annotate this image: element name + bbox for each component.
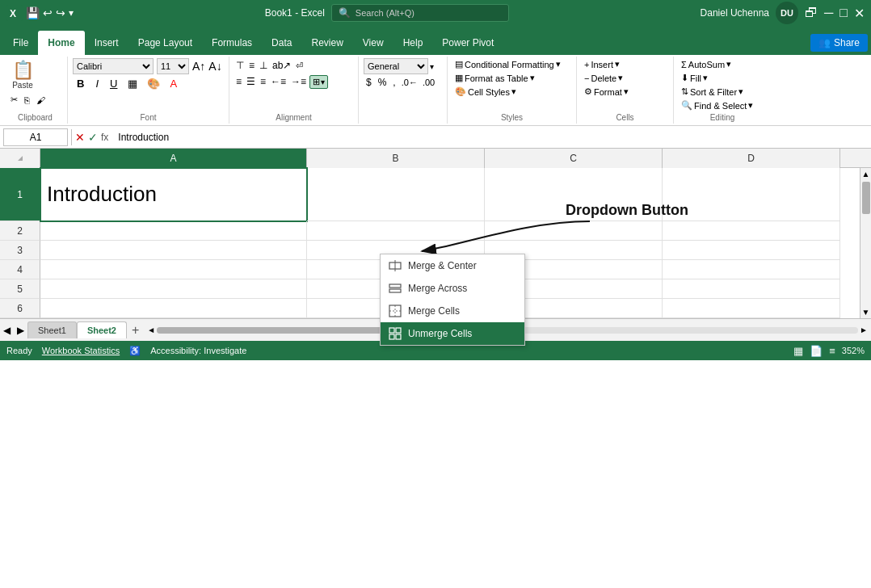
maximize-icon[interactable]: □ xyxy=(839,6,848,20)
align-bottom-button[interactable]: ⊥ xyxy=(258,58,269,73)
row-header-2[interactable]: 2 xyxy=(0,221,40,241)
cell-d4[interactable] xyxy=(663,260,840,279)
underline-button[interactable]: U xyxy=(106,76,121,91)
minimize-icon[interactable]: ─ xyxy=(824,6,833,20)
cell-c2[interactable] xyxy=(485,221,663,241)
page-break-view-button[interactable]: ≡ xyxy=(829,345,835,357)
tab-home[interactable]: Home xyxy=(38,31,84,55)
cell-d6[interactable] xyxy=(663,299,840,318)
format-table-button[interactable]: ▦ Format as Table ▾ xyxy=(452,72,537,84)
tab-data[interactable]: Data xyxy=(262,31,301,55)
accessibility-label[interactable]: Accessibility: Investigate xyxy=(150,346,246,355)
number-format-select[interactable]: General xyxy=(364,58,428,74)
decrease-decimal-button[interactable]: .0← xyxy=(400,77,419,88)
row-header-5[interactable]: 5 xyxy=(0,279,40,299)
page-layout-view-button[interactable]: 📄 xyxy=(810,345,823,357)
cell-a6[interactable] xyxy=(40,299,307,318)
user-avatar[interactable]: DU xyxy=(776,2,798,24)
insert-function-icon[interactable]: fx xyxy=(101,132,108,143)
merge-center-button[interactable]: ⊞ ▾ xyxy=(309,75,328,89)
quick-access-toolbar[interactable]: 💾 ↩ ↪ ▾ xyxy=(26,6,74,19)
align-middle-button[interactable]: ≡ xyxy=(247,58,256,73)
tab-insert[interactable]: Insert xyxy=(85,31,128,55)
paste-button[interactable]: 📋 Paste xyxy=(8,58,37,92)
align-left-button[interactable]: ≡ xyxy=(234,74,243,89)
nav-next-sheet[interactable]: ▶ xyxy=(14,325,27,336)
row-header-1[interactable]: 1 xyxy=(0,168,40,221)
merge-cells-item[interactable]: Merge Cells xyxy=(381,300,524,322)
cell-a2[interactable] xyxy=(40,221,307,241)
save-icon[interactable]: 💾 xyxy=(26,6,40,19)
cell-d2[interactable] xyxy=(663,221,840,241)
align-center-button[interactable]: ☰ xyxy=(245,74,257,89)
copy-button[interactable]: ⎘ xyxy=(22,94,32,106)
share-button[interactable]: 👥 Share xyxy=(810,34,868,52)
col-header-d[interactable]: D xyxy=(663,149,840,168)
comma-button[interactable]: , xyxy=(390,76,398,89)
tab-view[interactable]: View xyxy=(353,31,393,55)
row-header-6[interactable]: 6 xyxy=(0,299,40,318)
find-select-button[interactable]: 🔍 Find & Select ▾ xyxy=(679,99,755,111)
autosum-button[interactable]: Σ AutoSum ▾ xyxy=(679,58,734,70)
scroll-down-arrow[interactable]: ▼ xyxy=(860,306,871,318)
col-header-a[interactable]: A xyxy=(40,149,307,168)
cell-d1[interactable] xyxy=(663,168,840,221)
font-color-button[interactable]: A xyxy=(166,77,180,90)
sheet-tab-sheet1[interactable]: Sheet1 xyxy=(27,321,77,338)
row-header-4[interactable]: 4 xyxy=(0,260,40,279)
normal-view-button[interactable]: ▦ xyxy=(793,345,803,357)
currency-button[interactable]: $ xyxy=(364,76,374,89)
cancel-formula-icon[interactable]: ✕ xyxy=(75,131,85,144)
row-header-3[interactable]: 3 xyxy=(0,241,40,260)
tab-file[interactable]: File xyxy=(3,31,38,55)
cell-reference-box[interactable]: A1 xyxy=(3,128,68,146)
decrease-font-icon[interactable]: A↓ xyxy=(208,60,221,73)
cell-a5[interactable] xyxy=(40,279,307,299)
tab-formulas[interactable]: Formulas xyxy=(202,31,262,55)
undo-icon[interactable]: ↩ xyxy=(43,6,53,19)
scroll-up-arrow[interactable]: ▲ xyxy=(860,168,871,180)
tab-review[interactable]: Review xyxy=(301,31,352,55)
fill-color-button[interactable]: 🎨 xyxy=(144,77,163,90)
cell-b2[interactable] xyxy=(307,221,485,241)
scroll-left-arrow[interactable]: ◄ xyxy=(147,326,155,334)
align-top-button[interactable]: ⊤ xyxy=(234,58,246,73)
col-header-c[interactable]: C xyxy=(485,149,663,168)
fill-button[interactable]: ⬇ Fill ▾ xyxy=(679,72,710,84)
increase-indent-button[interactable]: →≡ xyxy=(289,74,308,89)
cell-d5[interactable] xyxy=(663,279,840,299)
cell-a3[interactable] xyxy=(40,241,307,260)
increase-decimal-button[interactable]: .00 xyxy=(421,77,436,88)
cell-styles-button[interactable]: 🎨 Cell Styles ▾ xyxy=(452,86,519,98)
cell-a1[interactable]: Introduction xyxy=(40,168,307,221)
scroll-thumb[interactable] xyxy=(862,182,870,214)
unmerge-cells-item[interactable]: Unmerge Cells xyxy=(381,322,524,345)
conditional-formatting-button[interactable]: ▤ Conditional Formatting ▾ xyxy=(452,58,563,70)
cut-button[interactable]: ✂ xyxy=(8,94,20,106)
tab-power-pivot[interactable]: Power Pivot xyxy=(432,31,503,55)
merge-dropdown-arrow[interactable]: ▾ xyxy=(321,78,325,86)
add-sheet-button[interactable]: + xyxy=(127,323,144,338)
cell-b1[interactable] xyxy=(307,168,485,221)
sort-filter-button[interactable]: ⇅ Sort & Filter ▾ xyxy=(679,86,746,98)
col-header-b[interactable]: B xyxy=(307,149,485,168)
percent-button[interactable]: % xyxy=(376,76,389,89)
italic-button[interactable]: I xyxy=(91,76,103,91)
sheet-tab-sheet2[interactable]: Sheet2 xyxy=(77,321,127,338)
wrap-text-button[interactable]: ⏎ xyxy=(294,59,305,73)
decrease-indent-button[interactable]: ←≡ xyxy=(269,74,288,89)
nav-prev-sheet[interactable]: ◀ xyxy=(0,325,14,336)
enter-formula-icon[interactable]: ✓ xyxy=(88,131,98,144)
cell-a4[interactable] xyxy=(40,260,307,279)
tab-page-layout[interactable]: Page Layout xyxy=(128,31,202,55)
increase-font-icon[interactable]: A↑ xyxy=(192,60,205,73)
align-right-button[interactable]: ≡ xyxy=(259,74,267,89)
vertical-scrollbar[interactable]: ▲ ▼ xyxy=(860,168,871,318)
cell-d3[interactable] xyxy=(663,241,840,260)
restore-icon[interactable]: 🗗 xyxy=(805,6,818,20)
close-icon[interactable]: ✕ xyxy=(854,6,865,21)
search-box[interactable]: 🔍 Search (Alt+Q) xyxy=(331,4,509,22)
formula-input[interactable]: Introduction xyxy=(112,132,868,143)
number-format-arrow[interactable]: ▾ xyxy=(430,62,434,71)
border-button[interactable]: ▦ xyxy=(124,77,141,90)
